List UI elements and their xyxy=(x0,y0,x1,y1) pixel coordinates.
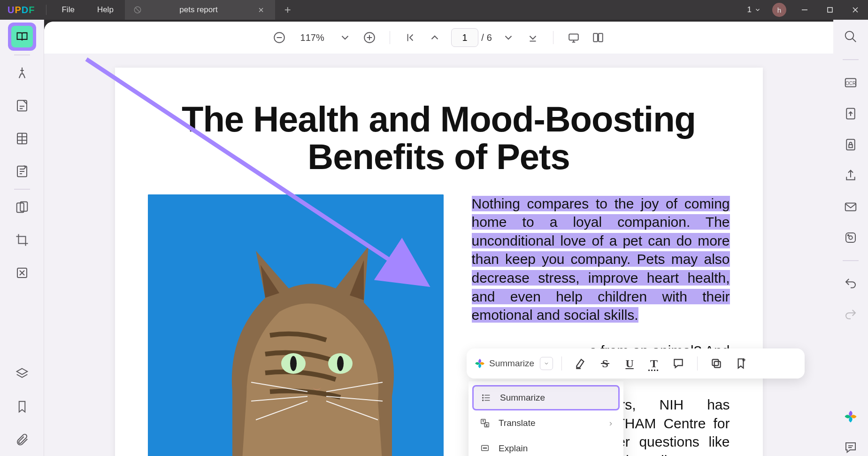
svg-rect-41 xyxy=(714,362,721,368)
page-layout-tool[interactable] xyxy=(11,128,33,149)
file-menu[interactable]: File xyxy=(50,5,85,15)
separator xyxy=(697,356,698,371)
menu-summarize-label: Summarize xyxy=(500,393,545,403)
svg-point-67 xyxy=(848,235,849,236)
ai-icon xyxy=(474,358,485,369)
menu-summarize[interactable]: Summarize xyxy=(472,385,620,410)
svg-point-66 xyxy=(849,236,853,240)
comments-panel-button[interactable] xyxy=(842,439,859,456)
svg-line-1 xyxy=(135,8,139,12)
last-page-button[interactable] xyxy=(525,30,541,46)
highlight-button[interactable] xyxy=(570,353,591,374)
separator xyxy=(390,31,390,44)
user-avatar[interactable]: h xyxy=(772,3,786,17)
email-button[interactable] xyxy=(842,198,859,215)
strikethrough-button[interactable]: S xyxy=(595,353,615,374)
presentation-button[interactable] xyxy=(566,30,582,46)
crop-tool[interactable] xyxy=(11,229,33,251)
summarize-label[interactable]: Summarize xyxy=(489,358,534,369)
tab-doc-icon xyxy=(133,6,142,14)
organize-pages-tool[interactable] xyxy=(11,196,33,218)
comment-button[interactable] xyxy=(668,353,689,374)
menu-translate[interactable]: Translate › xyxy=(472,410,620,436)
svg-rect-23 xyxy=(569,34,578,40)
new-tab-button[interactable]: + xyxy=(275,3,300,16)
menu-translate-label: Translate xyxy=(499,418,536,428)
zoom-level: 117% xyxy=(296,32,329,43)
first-page-button[interactable] xyxy=(402,30,418,46)
selected-text[interactable]: Nothing compares to the joy of coming ho… xyxy=(472,196,730,323)
attachment-button[interactable] xyxy=(11,429,33,450)
bookmark-add-button[interactable] xyxy=(730,353,751,374)
protect-button[interactable] xyxy=(842,136,859,153)
svg-rect-63 xyxy=(849,145,853,147)
convert-button[interactable] xyxy=(842,105,859,122)
reader-mode-button[interactable] xyxy=(11,26,33,47)
ai-assistant-button[interactable] xyxy=(842,408,859,425)
separator xyxy=(843,59,859,60)
next-page-button[interactable] xyxy=(500,30,516,46)
window-maximize-button[interactable] xyxy=(817,0,843,20)
titlebar: UPDF File Help pets report × + 1 h xyxy=(0,0,868,20)
window-minimize-button[interactable] xyxy=(792,0,817,20)
edit-text-tool[interactable] xyxy=(11,95,33,116)
tab-close-button[interactable]: × xyxy=(255,5,267,15)
zoom-in-button[interactable] xyxy=(361,30,377,46)
svg-point-49 xyxy=(483,397,484,398)
undo-button[interactable] xyxy=(842,275,859,292)
underline-button[interactable]: U xyxy=(619,353,640,374)
left-sidebar xyxy=(0,20,44,456)
share-button[interactable] xyxy=(842,167,859,184)
help-menu[interactable]: Help xyxy=(86,5,125,15)
explain-icon xyxy=(480,443,490,454)
redact-tool[interactable] xyxy=(11,262,33,284)
ocr-button[interactable]: OCR xyxy=(842,74,859,91)
selection-toolbar: Summarize S U T xyxy=(467,348,805,379)
app-logo: UPDF xyxy=(0,5,42,15)
document-tab[interactable]: pets report × xyxy=(125,0,275,20)
content-area: 117% / 6 The Health and Mood-Boo xyxy=(44,22,833,456)
batch-button[interactable] xyxy=(842,229,859,246)
page-view-button[interactable] xyxy=(590,30,606,46)
page-input[interactable] xyxy=(451,28,478,47)
page-total: 6 xyxy=(487,32,492,43)
svg-line-58 xyxy=(853,39,856,42)
top-toolbar: 117% / 6 xyxy=(44,22,833,54)
menu-explain-label: Explain xyxy=(499,443,528,454)
separator xyxy=(46,5,46,15)
search-button[interactable] xyxy=(842,28,859,45)
translate-icon xyxy=(480,418,490,428)
copy-button[interactable] xyxy=(706,353,727,374)
svg-point-33 xyxy=(337,356,344,371)
tab-title: pets report xyxy=(147,5,250,15)
tab-count[interactable]: 1 xyxy=(742,5,767,15)
svg-point-48 xyxy=(483,395,484,396)
redo-button[interactable] xyxy=(842,306,859,323)
svg-rect-64 xyxy=(845,203,856,211)
menu-explain[interactable]: Explain xyxy=(472,436,620,456)
svg-rect-27 xyxy=(599,33,603,41)
document-image xyxy=(148,194,444,456)
svg-point-57 xyxy=(845,31,854,40)
reader-mode-button-highlight xyxy=(8,23,36,51)
zoom-out-button[interactable] xyxy=(271,30,287,46)
svg-point-56 xyxy=(486,448,487,448)
svg-text:OCR: OCR xyxy=(845,81,856,86)
svg-rect-42 xyxy=(712,359,718,365)
document-canvas[interactable]: The Health and Mood-Boosting Benefits of… xyxy=(44,54,833,456)
layers-button[interactable] xyxy=(11,363,33,385)
prev-page-button[interactable] xyxy=(427,30,443,46)
svg-point-50 xyxy=(483,400,484,401)
svg-marker-15 xyxy=(16,369,27,375)
right-sidebar: OCR xyxy=(833,20,868,456)
annotate-tool[interactable] xyxy=(11,62,33,84)
zoom-dropdown[interactable] xyxy=(337,30,353,46)
svg-point-55 xyxy=(484,448,485,448)
squiggly-button[interactable]: T xyxy=(644,353,664,374)
form-tool[interactable] xyxy=(11,161,33,182)
window-close-button[interactable] xyxy=(843,0,868,20)
separator xyxy=(14,189,30,190)
summarize-dropdown[interactable] xyxy=(540,357,553,370)
bookmark-button[interactable] xyxy=(11,396,33,417)
ai-context-menu: Summarize Translate › Explain xyxy=(469,381,623,456)
